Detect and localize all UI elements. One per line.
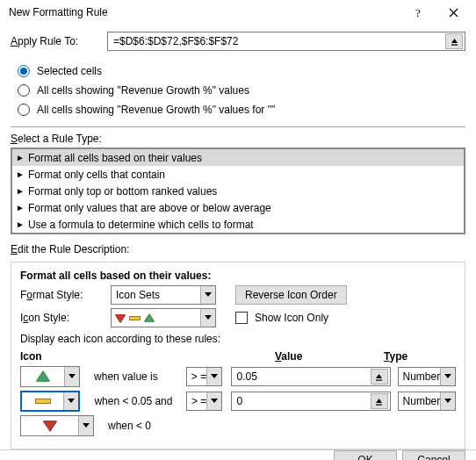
operator-value: > = bbox=[187, 370, 206, 383]
dialog-new-formatting-rule: New Formatting Rule ? Apply Rule To: Sel… bbox=[0, 0, 476, 460]
arrow-up-icon bbox=[374, 397, 384, 406]
apply-rule-row: Apply Rule To: bbox=[11, 32, 465, 51]
chevron-down-icon bbox=[440, 392, 455, 410]
operator-combo[interactable]: > = bbox=[186, 367, 222, 386]
rule-type-item[interactable]: ►Format only cells that contain bbox=[12, 166, 464, 183]
show-icon-only-label: Show Icon Only bbox=[255, 312, 328, 324]
chevron-down-icon bbox=[206, 368, 221, 385]
icon-rule-row: when < 0.05 and > = Number bbox=[20, 391, 456, 412]
red-down-triangle-icon bbox=[115, 314, 126, 322]
col-op-spacer bbox=[222, 350, 275, 363]
value-field[interactable] bbox=[231, 392, 391, 411]
icon-style-preview bbox=[112, 314, 200, 322]
arrow-up-icon bbox=[374, 372, 384, 382]
rule-type-item-label: Format all cells based on their values bbox=[28, 152, 202, 164]
type-combo[interactable]: Number bbox=[398, 392, 456, 411]
col-type-header: Type bbox=[384, 350, 456, 363]
rule-type-item-label: Format only values that are above or bel… bbox=[28, 202, 271, 214]
rule-condition-text: when value is bbox=[94, 370, 186, 383]
format-style-label: Format Style: bbox=[20, 289, 104, 301]
collapse-dialog-button[interactable] bbox=[371, 369, 388, 385]
rule-type-list[interactable]: ►Format all cells based on their values … bbox=[11, 147, 465, 234]
svg-rect-2 bbox=[376, 379, 382, 380]
rule-type-item-label: Format only cells that contain bbox=[28, 169, 165, 181]
scope-option-all-values[interactable]: All cells showing "Revenue Growth %" val… bbox=[18, 81, 465, 100]
col-value-header: Value bbox=[275, 350, 377, 363]
green-up-triangle-icon bbox=[21, 371, 64, 382]
chevron-down-icon bbox=[78, 416, 93, 435]
dialog-body: Apply Rule To: Selected cells All cells … bbox=[0, 25, 476, 449]
operator-combo[interactable]: > = bbox=[186, 392, 222, 411]
scope-option-label: All cells showing "Revenue Growth %" val… bbox=[37, 84, 249, 97]
rule-type-item[interactable]: ►Format only top or bottom ranked values bbox=[12, 183, 464, 199]
icon-select[interactable] bbox=[20, 366, 80, 387]
svg-text:?: ? bbox=[415, 6, 421, 18]
operator-value: > = bbox=[187, 395, 206, 407]
svg-rect-3 bbox=[376, 404, 382, 405]
radio-indicator bbox=[18, 65, 30, 77]
scope-option-label: Selected cells bbox=[37, 65, 102, 77]
format-style-combo[interactable]: Icon Sets bbox=[111, 285, 216, 305]
cancel-button[interactable]: Cancel bbox=[402, 450, 465, 460]
scope-option-label: All cells showing "Revenue Growth %" val… bbox=[37, 104, 275, 116]
titlebar: New Formatting Rule ? bbox=[0, 0, 476, 25]
show-icon-only-checkbox[interactable] bbox=[235, 312, 248, 324]
yellow-bar-icon bbox=[22, 399, 63, 404]
rule-type-item-label: Use a formula to determine which cells t… bbox=[28, 219, 254, 231]
close-button[interactable] bbox=[436, 0, 471, 25]
icon-select[interactable] bbox=[20, 415, 94, 436]
scope-radio-group: Selected cells All cells showing "Revenu… bbox=[11, 56, 465, 125]
window-title: New Formatting Rule bbox=[9, 6, 400, 18]
rule-type-item-label: Format only top or bottom ranked values bbox=[28, 185, 217, 198]
icon-style-combo[interactable] bbox=[111, 308, 216, 327]
yellow-bar-icon bbox=[129, 316, 141, 320]
rule-type-item[interactable]: ►Format only values that are above or be… bbox=[12, 199, 464, 216]
icon-style-label: Icon Style: bbox=[20, 312, 104, 324]
scope-option-all-values-for[interactable]: All cells showing "Revenue Growth %" val… bbox=[18, 100, 465, 119]
format-style-value: Icon Sets bbox=[112, 289, 200, 301]
radio-indicator bbox=[18, 84, 30, 97]
value-input[interactable] bbox=[235, 393, 371, 409]
apply-rule-range-input[interactable] bbox=[112, 33, 445, 49]
chevron-down-icon bbox=[440, 368, 455, 385]
icon-select[interactable] bbox=[20, 391, 80, 412]
icon-style-row: Icon Style: Show Icon Only bbox=[20, 308, 456, 327]
scope-option-selected-cells[interactable]: Selected cells bbox=[18, 61, 465, 81]
chevron-down-icon bbox=[200, 309, 215, 327]
rule-type-item[interactable]: ►Use a formula to determine which cells … bbox=[12, 216, 464, 233]
icon-rule-row: when value is > = Number bbox=[20, 366, 456, 387]
bullet-icon: ► bbox=[16, 204, 25, 212]
value-field[interactable] bbox=[231, 367, 391, 386]
radio-indicator bbox=[18, 104, 30, 116]
close-icon bbox=[449, 8, 458, 18]
bullet-icon: ► bbox=[16, 170, 25, 179]
collapse-dialog-button[interactable] bbox=[445, 33, 463, 49]
rule-description-group: Format all cells based on their values: … bbox=[11, 262, 465, 449]
ok-button[interactable]: OK bbox=[334, 450, 397, 460]
apply-rule-range-field[interactable] bbox=[107, 32, 465, 51]
value-input[interactable] bbox=[235, 369, 371, 385]
chevron-down-icon bbox=[206, 392, 221, 410]
help-icon: ? bbox=[413, 6, 423, 18]
divider bbox=[11, 126, 465, 127]
apply-rule-label: Apply Rule To: bbox=[11, 35, 100, 47]
rule-type-label: Select a Rule Type: bbox=[11, 133, 465, 145]
chevron-down-icon bbox=[200, 286, 215, 304]
help-button[interactable]: ? bbox=[400, 0, 436, 25]
svg-rect-1 bbox=[451, 44, 458, 45]
type-value: Number bbox=[399, 370, 440, 383]
type-value: Number bbox=[399, 395, 440, 407]
bullet-icon: ► bbox=[16, 187, 25, 196]
red-down-triangle-icon bbox=[21, 420, 78, 431]
bullet-icon: ► bbox=[16, 220, 25, 229]
rule-condition-text: when < 0 bbox=[108, 420, 222, 432]
rules-caption: Display each icon according to these rul… bbox=[20, 333, 456, 345]
rule-description-label: Edit the Rule Description: bbox=[11, 243, 465, 255]
format-style-row: Format Style: Icon Sets Reverse Icon Ord… bbox=[20, 285, 456, 305]
arrow-up-icon bbox=[450, 37, 459, 47]
collapse-dialog-button[interactable] bbox=[371, 393, 388, 409]
col-icon-header: Icon bbox=[20, 350, 108, 363]
reverse-icon-order-button[interactable]: Reverse Icon Order bbox=[235, 285, 347, 305]
rule-type-item[interactable]: ►Format all cells based on their values bbox=[12, 149, 464, 166]
type-combo[interactable]: Number bbox=[398, 367, 456, 386]
